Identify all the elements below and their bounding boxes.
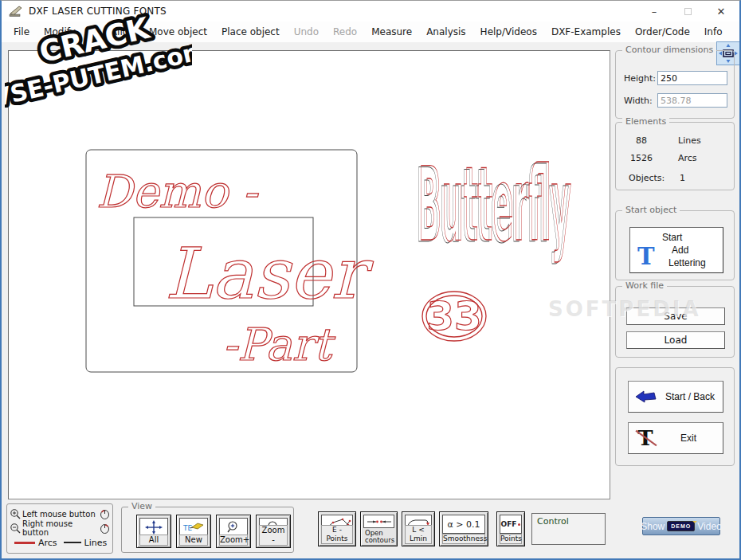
view-all-icon: [139, 518, 168, 536]
drawing-canvas[interactable]: Demo - Laser -Part Butterfly Butterfly 3…: [8, 50, 610, 499]
zoom-in-button[interactable]: Zoom+: [216, 515, 251, 548]
menu-dxf-examples[interactable]: DXF-Examples: [544, 22, 628, 42]
width-input[interactable]: [657, 93, 727, 108]
start-add-lettering-button[interactable]: T Start Add Lettering: [629, 227, 723, 273]
menu-redo[interactable]: Redo: [326, 22, 364, 42]
width-label: Width:: [624, 96, 653, 106]
elements-title: Elements: [622, 116, 669, 127]
maximize-icon: [684, 8, 692, 15]
drawing-text-part: -Part: [222, 319, 335, 370]
load-button[interactable]: Load: [626, 331, 725, 349]
e-points-label: E - Points: [321, 525, 353, 544]
drawing-text-butterfly: Butterfly: [418, 145, 571, 264]
menu-undo[interactable]: Undo: [287, 22, 326, 42]
back-arrow-icon: [635, 390, 657, 404]
demo-show-text: Show: [641, 521, 665, 532]
left-mouse-label: Left mouse button: [21, 510, 100, 519]
menu-modify[interactable]: Modify: [37, 22, 83, 42]
menu-measure[interactable]: Measure: [364, 22, 419, 42]
zoom-in-magnifier-icon: [10, 508, 21, 519]
zoom-out-button[interactable]: Zoom -: [256, 515, 291, 548]
menu-place-object[interactable]: Place object: [214, 22, 287, 42]
contour-dimensions-title: Contour dimensions: [622, 45, 716, 55]
new-pen-icon: TE: [179, 518, 208, 536]
start-lettering-line2: Add: [672, 245, 688, 256]
zoom-out-label: Zoom -: [259, 525, 288, 546]
arcs-color-swatch: [14, 542, 35, 544]
mouse-legend-box: Left mouse button Right mouse button A: [6, 503, 113, 554]
off-red-dot: [518, 523, 520, 526]
start-object-title: Start object: [622, 205, 680, 215]
dxf-drawing: Demo - Laser -Part Butterfly Butterfly 3…: [9, 51, 610, 499]
view-title: View: [128, 501, 155, 511]
zoom-in-label: Zoom+: [219, 535, 248, 546]
arcs-legend-label: Arcs: [38, 538, 57, 548]
exit-label: Exit: [654, 433, 723, 444]
drawing-text-laser: Laser: [165, 233, 374, 315]
start-object-group: Start object T Start Add Lettering: [615, 210, 735, 280]
smoothness-formula: α > 0.1: [442, 515, 485, 534]
line-type-legend: Arcs Lines: [10, 535, 110, 550]
menu-align[interactable]: Align: [104, 22, 142, 42]
smoothness-button[interactable]: α > 0.1 Smoothness: [439, 511, 488, 546]
e-points-button[interactable]: E - Points: [318, 511, 356, 546]
menu-bar: File Modify Align Move object Place obje…: [2, 22, 739, 42]
title-bar: DXF LASER CUTTING FONTS – ✕: [2, 1, 739, 22]
view-all-button[interactable]: All: [136, 515, 171, 548]
height-input[interactable]: [657, 71, 727, 85]
drawing-text-demo: Demo -: [96, 166, 259, 217]
open-contours-label: Open contours: [363, 530, 394, 544]
arcs-label: Arcs: [678, 153, 697, 163]
drawing-text-number: 33: [426, 293, 482, 339]
objects-count: 1: [680, 173, 685, 183]
right-mouse-label: Right mouse button: [21, 519, 100, 537]
minimize-button[interactable]: –: [637, 1, 671, 22]
lettering-t-icon: T: [637, 245, 655, 268]
start-back-button[interactable]: Start / Back: [628, 381, 723, 413]
exit-button[interactable]: T Exit: [628, 422, 723, 454]
menu-move-object[interactable]: Move object: [142, 22, 214, 42]
zoom-out-magnifier-icon: [10, 523, 21, 534]
start-lettering-line1: Start: [662, 232, 682, 243]
contour-dimensions-group: Contour dimensions Height: Width:: [615, 50, 735, 119]
menu-analysis[interactable]: Analysis: [419, 22, 472, 42]
control-label: Control: [537, 516, 569, 527]
close-button[interactable]: ✕: [704, 1, 738, 22]
navigation-group: Start / Back T Exit: [615, 367, 735, 466]
l-lmin-button[interactable]: L < Lmin: [402, 511, 435, 546]
off-points-button[interactable]: OFF Points: [496, 511, 525, 546]
open-contours-icon: [363, 515, 394, 528]
show-demo-video-button[interactable]: Show DEMO Video: [642, 517, 720, 535]
lines-count: 88: [624, 135, 659, 146]
open-contours-label-line2: contours: [365, 537, 394, 544]
menu-order-code[interactable]: Order/Code: [628, 22, 697, 42]
right-mouse-icon: [100, 523, 110, 534]
view-new-label: New: [179, 535, 208, 546]
save-button[interactable]: Save: [626, 307, 725, 325]
right-mouse-row: Right mouse button: [10, 521, 110, 535]
control-box: Control: [531, 513, 606, 545]
app-window: DXF LASER CUTTING FONTS – ✕ File Modify …: [0, 0, 741, 560]
view-all-label: All: [139, 535, 168, 546]
start-lettering-line3: Lettering: [668, 257, 706, 268]
zoom-in-icon: [219, 518, 248, 536]
menu-file[interactable]: File: [6, 22, 37, 42]
left-mouse-icon: [100, 508, 110, 519]
arcs-count: 1526: [624, 153, 659, 163]
lines-legend-label: Lines: [84, 538, 108, 548]
off-text: OFF: [501, 520, 517, 528]
smoothness-label: Smoothness: [442, 534, 485, 544]
lines-color-swatch: [64, 542, 81, 543]
view-new-button[interactable]: TE New: [176, 515, 211, 548]
menu-help-videos[interactable]: Help/Videos: [473, 22, 544, 42]
open-contours-button[interactable]: Open contours: [360, 511, 398, 546]
exit-t-icon: T: [637, 428, 654, 448]
objects-label: Objects:: [629, 173, 665, 183]
off-points-icon: OFF: [500, 515, 522, 534]
maximize-button[interactable]: [671, 1, 704, 22]
work-file-title: Work file: [622, 280, 667, 291]
height-label: Height:: [624, 73, 656, 84]
demo-video-text: Video: [697, 521, 721, 532]
view-group: View All TE New: [121, 507, 294, 553]
menu-info[interactable]: Info: [697, 22, 730, 42]
